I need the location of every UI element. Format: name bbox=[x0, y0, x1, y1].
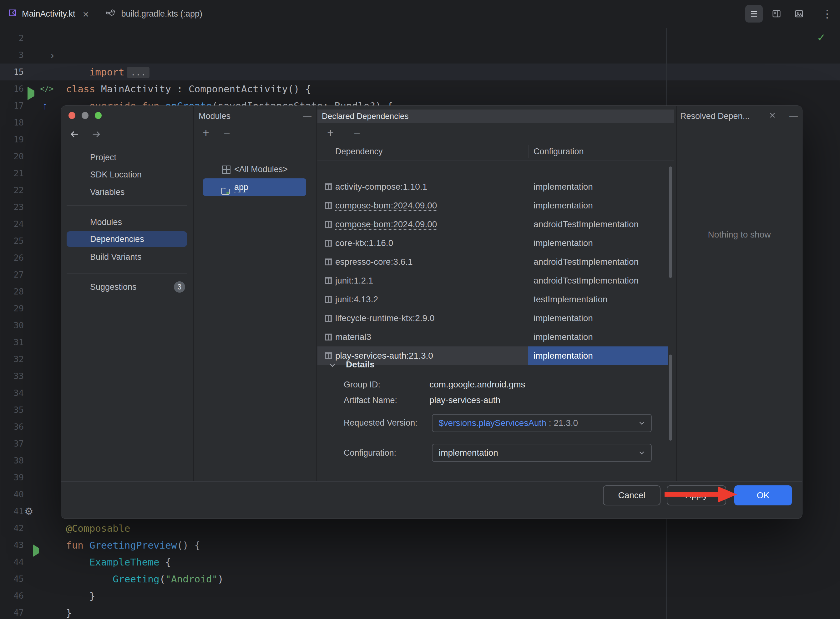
add-module-button[interactable]: + bbox=[203, 123, 209, 143]
folded-imports[interactable]: ... bbox=[127, 67, 150, 78]
column-configuration: Configuration bbox=[534, 143, 584, 160]
code-line-44: ExampleTheme { bbox=[66, 553, 171, 571]
dependency-row[interactable]: junit:1.2.1 androidTestImplementation bbox=[318, 271, 674, 290]
fold-chevron-icon[interactable]: › bbox=[51, 46, 54, 64]
deps-panel-title[interactable]: Declared Dependencies bbox=[318, 109, 674, 123]
library-icon bbox=[325, 277, 332, 284]
library-icon bbox=[325, 183, 332, 190]
structure-view-button[interactable] bbox=[745, 5, 763, 22]
dependency-row[interactable]: junit:4.13.2 testImplementation bbox=[318, 290, 674, 309]
remove-dependency-button[interactable]: − bbox=[354, 123, 360, 143]
dependency-name: espresso-core:3.6.1 bbox=[335, 253, 412, 271]
tab-label: MainActivity.kt bbox=[22, 9, 75, 19]
gradle-file-icon bbox=[105, 9, 116, 19]
collapse-panel-icon[interactable] bbox=[769, 111, 776, 121]
sidebar-item-modules[interactable]: Modules bbox=[67, 214, 187, 230]
group-id-value: com.google.android.gms bbox=[430, 376, 525, 393]
tab-mainactivity[interactable]: MainActivity.kt × bbox=[0, 0, 97, 28]
resolved-header-label: Resolved Depen... bbox=[680, 111, 750, 121]
dependency-row[interactable]: activity-compose:1.10.1 implementation bbox=[318, 178, 674, 196]
empty-state-text: Nothing to show bbox=[676, 230, 802, 240]
details-scrollbar-thumb[interactable] bbox=[669, 354, 672, 441]
dependency-config: androidTestImplementation bbox=[534, 215, 639, 234]
close-tab-icon[interactable]: × bbox=[83, 9, 89, 19]
tree-item-all-modules[interactable]: <All Modules> bbox=[203, 160, 306, 178]
more-options-icon[interactable]: ⋮ bbox=[822, 7, 833, 20]
dependency-config: implementation bbox=[534, 234, 593, 253]
dependency-name: junit:1.2.1 bbox=[335, 271, 373, 290]
details-collapse-chevron-icon[interactable] bbox=[328, 360, 337, 372]
remove-module-button[interactable]: − bbox=[224, 123, 230, 143]
version-number: : 21.3.0 bbox=[546, 418, 578, 428]
split-editor-button[interactable] bbox=[768, 5, 785, 22]
all-modules-icon bbox=[222, 166, 230, 174]
dependency-row[interactable]: lifecycle-runtime-ktx:2.9.0 implementati… bbox=[318, 309, 674, 327]
forward-arrow-icon[interactable] bbox=[91, 129, 101, 142]
minimize-panel-icon[interactable]: — bbox=[789, 111, 798, 121]
sidebar-item-sdk-location[interactable]: SDK Location bbox=[67, 167, 187, 182]
modules-panel-header: Modules — bbox=[193, 109, 316, 123]
back-arrow-icon[interactable] bbox=[69, 129, 80, 142]
project-structure-dialog: Project Structure Project SDK Location V… bbox=[61, 105, 803, 519]
chevron-down-icon[interactable] bbox=[632, 415, 651, 432]
dependency-name: compose-bom:2024.09.00 bbox=[335, 196, 437, 215]
run-app-icon[interactable] bbox=[27, 85, 34, 102]
code-line-43: fun GreetingPreview() { bbox=[66, 537, 200, 553]
suggestions-count-badge: 3 bbox=[174, 281, 185, 293]
column-dependency: Dependency bbox=[335, 143, 383, 160]
requested-version-combobox[interactable]: $versions.playServicesAuth : 21.3.0 bbox=[432, 414, 652, 432]
dependency-config: testImplementation bbox=[534, 290, 608, 309]
override-marker-icon[interactable]: ↑ bbox=[43, 97, 48, 114]
settings-gear-icon[interactable]: ⚙ bbox=[24, 503, 33, 520]
dependency-name: compose-bom:2024.09.00 bbox=[335, 215, 437, 234]
tree-item-app[interactable]: app bbox=[203, 178, 306, 196]
library-icon bbox=[325, 296, 332, 303]
code-preview-icon[interactable]: </> bbox=[40, 81, 54, 97]
dependency-name: junit:4.13.2 bbox=[335, 290, 378, 309]
configuration-combobox[interactable]: implementation bbox=[432, 444, 652, 462]
sidebar-item-variables[interactable]: Variables bbox=[67, 184, 187, 200]
table-scrollbar-thumb[interactable] bbox=[669, 166, 672, 278]
configuration-value: implementation bbox=[439, 444, 498, 461]
sidebar-item-project[interactable]: Project bbox=[67, 150, 187, 165]
sidebar-item-suggestions[interactable]: Suggestions bbox=[67, 279, 187, 295]
ok-button[interactable]: OK bbox=[734, 485, 792, 505]
dependency-row[interactable]: compose-bom:2024.09.00 implementation bbox=[318, 196, 674, 215]
editor-tab-bar: MainActivity.kt × build.gradle.kts (:app… bbox=[0, 0, 840, 28]
sidebar-item-dependencies[interactable]: Dependencies bbox=[67, 231, 187, 247]
dependency-row[interactable]: core-ktx:1.16.0 implementation bbox=[318, 234, 674, 253]
minimize-panel-icon[interactable]: — bbox=[303, 109, 312, 123]
declared-dependencies-panel: Declared Dependencies + − Dependency Con… bbox=[316, 106, 677, 481]
tab-label: build.gradle.kts (:app) bbox=[121, 9, 202, 19]
dependency-config: androidTestImplementation bbox=[534, 253, 639, 271]
library-icon bbox=[325, 315, 332, 322]
library-icon bbox=[325, 202, 332, 209]
toolbar-divider bbox=[815, 9, 815, 19]
dependency-row[interactable]: espresso-core:3.6.1 androidTestImplement… bbox=[318, 253, 674, 271]
artifact-name-label: Artifact Name: bbox=[344, 392, 397, 409]
details-section-title: Details bbox=[346, 356, 374, 373]
tree-item-label: app bbox=[234, 178, 248, 196]
inspection-ok-icon[interactable]: ✓ bbox=[817, 31, 826, 44]
chevron-down-icon[interactable] bbox=[632, 444, 651, 461]
add-dependency-button[interactable]: + bbox=[327, 123, 334, 143]
run-preview-icon[interactable] bbox=[33, 542, 39, 559]
modules-panel: Modules — + − <All Modules> app bbox=[193, 106, 317, 481]
preview-image-button[interactable] bbox=[790, 5, 808, 22]
dependency-row[interactable]: compose-bom:2024.09.00 androidTestImplem… bbox=[318, 215, 674, 234]
dependency-config: implementation bbox=[534, 309, 593, 327]
cancel-button[interactable]: Cancel bbox=[603, 485, 661, 505]
dependency-name: core-ktx:1.16.0 bbox=[335, 234, 393, 253]
sidebar-item-build-variants[interactable]: Build Variants bbox=[67, 249, 187, 265]
line-number-gutter[interactable]: 2315161718192021222324252627282930313233… bbox=[0, 30, 24, 619]
library-icon bbox=[325, 352, 332, 359]
dependency-config: implementation bbox=[534, 178, 593, 196]
code-line-47: } bbox=[66, 604, 72, 619]
kotlin-file-icon bbox=[8, 9, 17, 19]
column-divider bbox=[528, 145, 528, 158]
code-line-16: class MainActivity : ComponentActivity()… bbox=[66, 81, 311, 97]
dependency-row[interactable]: material3 implementation bbox=[318, 327, 674, 347]
tab-build-gradle[interactable]: build.gradle.kts (:app) bbox=[97, 0, 210, 28]
code-line-42: @Composable bbox=[66, 520, 130, 537]
module-folder-icon bbox=[221, 183, 230, 201]
